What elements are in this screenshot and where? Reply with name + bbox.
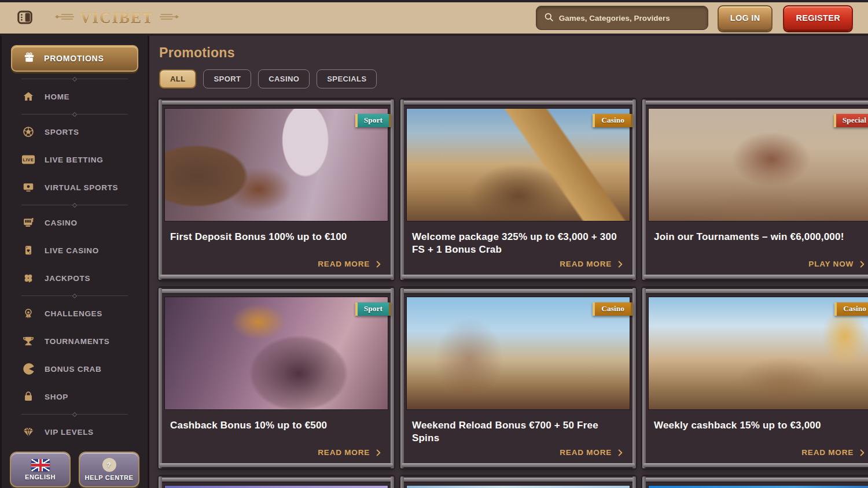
card-frame <box>400 288 404 468</box>
sidebar-item-live-casino[interactable]: LIVE CASINO <box>2 236 148 264</box>
wing-right-icon <box>159 11 182 25</box>
sidebar-divider <box>21 75 128 83</box>
card-frame <box>159 288 162 468</box>
play-now-link[interactable]: PLAY NOW <box>654 260 866 271</box>
playing-card-icon <box>21 244 35 257</box>
promo-image-archer: Casino <box>406 297 630 410</box>
card-frame <box>642 288 646 468</box>
svg-text:LIVE: LIVE <box>23 157 34 162</box>
sidebar-toggle-button[interactable] <box>14 7 36 29</box>
category-badge: Sport <box>355 114 391 127</box>
promo-image-pyramid: Casino <box>406 108 630 221</box>
card-frame <box>159 99 162 280</box>
filter-tab-sport[interactable]: SPORT <box>203 69 251 88</box>
sidebar-item-label: SHOP <box>45 393 68 401</box>
filter-tab-specials[interactable]: SPECIALS <box>317 69 377 88</box>
promo-card[interactable]: Casino Weekly cashback 15% up to €3,000 … <box>643 288 868 468</box>
category-badge: Sport <box>355 302 391 316</box>
card-frame <box>402 275 635 279</box>
promo-card-partial[interactable] <box>159 476 393 488</box>
card-frame <box>643 101 868 105</box>
sidebar-item-label: JACKPOTS <box>45 274 90 283</box>
sidebar-item-live-betting[interactable]: LIVE LIVE BETTING <box>2 146 148 173</box>
promo-card-partial[interactable] <box>643 476 868 488</box>
cta-label: READ MORE <box>318 260 370 268</box>
shopping-bag-icon <box>21 390 35 403</box>
cta-label: READ MORE <box>560 448 612 457</box>
sidebar-item-label: BONUS CRAB <box>45 365 102 374</box>
promotions-grid: Sport First Deposit Bonus 100% up to €10… <box>159 99 862 488</box>
trophy-icon <box>21 335 35 347</box>
sidebar-item-label: VIP LEVELS <box>45 428 94 437</box>
sidebar-item-tournaments[interactable]: TOURNAMENTS <box>2 327 148 355</box>
promo-card[interactable]: Casino Weekend Reload Bonus €700 + 50 Fr… <box>401 288 635 468</box>
search-input[interactable] <box>559 14 701 23</box>
category-badge: Casino <box>593 114 633 127</box>
promo-card[interactable]: Special Join our Tournaments – win €6,00… <box>643 99 868 280</box>
card-frame <box>643 275 868 279</box>
language-label: ENGLISH <box>25 474 56 480</box>
promo-card[interactable]: Sport First Deposit Bonus 100% up to €10… <box>159 99 393 280</box>
sidebar-item-casino[interactable]: CASINO <box>2 209 148 236</box>
login-button[interactable]: LOG IN <box>718 5 773 31</box>
sidebar-item-vip-levels[interactable]: VIP LEVELS <box>2 418 148 446</box>
chevron-right-icon <box>374 260 382 268</box>
language-button[interactable]: ENGLISH <box>10 452 71 487</box>
cta-label: READ MORE <box>801 448 854 457</box>
sidebar-divider <box>21 201 128 209</box>
category-badge: Casino <box>834 302 868 316</box>
card-frame <box>643 463 868 467</box>
promo-title: Join our Tournaments – win €6,000,000! <box>654 231 866 243</box>
sidebar-item-home[interactable]: HOME <box>2 83 148 110</box>
sidebar-item-label: PROMOTIONS <box>44 54 104 63</box>
card-frame <box>391 476 394 488</box>
sidebar-item-virtual-sports[interactable]: VIRTUAL SPORTS <box>2 173 148 201</box>
promo-title: Cashback Bonus 10% up to €500 <box>170 419 382 432</box>
promo-card[interactable]: Sport Cashback Bonus 10% up to €500 READ… <box>159 288 393 468</box>
virtual-sports-icon <box>21 181 35 194</box>
promo-image-partial <box>406 485 630 488</box>
register-button[interactable]: REGISTER <box>783 5 853 31</box>
cta-label: PLAY NOW <box>808 260 854 268</box>
chevron-right-icon <box>858 260 866 268</box>
sidebar-item-jackpots[interactable]: JACKPOTS <box>2 264 148 292</box>
logo-text: VICIBET <box>80 9 154 27</box>
search-icon <box>543 12 554 25</box>
sidebar-divider <box>21 411 128 418</box>
sidebar-toggle-icon <box>16 9 34 28</box>
sidebar-item-label: LIVE BETTING <box>45 156 103 164</box>
filter-tabs: ALL SPORT CASINO SPECIALS <box>159 69 862 88</box>
filter-tab-casino[interactable]: CASINO <box>258 69 310 88</box>
card-frame <box>642 476 646 488</box>
sidebar-item-label: CASINO <box>45 219 78 227</box>
search-box[interactable] <box>536 6 708 30</box>
main-content: Promotions ALL SPORT CASINO SPECIALS Spo… <box>149 36 868 488</box>
read-more-link[interactable]: READ MORE <box>170 260 382 271</box>
read-more-link[interactable]: READ MORE <box>412 260 624 271</box>
sidebar-item-label: CHALLENGES <box>45 309 102 318</box>
sidebar-item-challenges[interactable]: CHALLENGES <box>2 300 148 327</box>
sidebar-item-label: VIRTUAL SPORTS <box>45 183 118 192</box>
read-more-link[interactable]: READ MORE <box>170 448 382 459</box>
clover-icon <box>21 272 35 284</box>
top-header: VICIBET LOG IN REGISTER <box>0 0 868 36</box>
card-frame <box>402 463 635 467</box>
read-more-link[interactable]: READ MORE <box>412 448 624 459</box>
cta-label: READ MORE <box>318 448 370 457</box>
filter-tab-all[interactable]: ALL <box>159 69 196 88</box>
read-more-link[interactable]: READ MORE <box>654 448 866 459</box>
promo-card-partial[interactable] <box>401 476 635 488</box>
sidebar-item-promotions[interactable]: PROMOTIONS <box>11 45 138 72</box>
brand-logo[interactable]: VICIBET <box>52 9 182 27</box>
gift-icon <box>23 51 36 66</box>
sidebar-item-shop[interactable]: SHOP <box>2 383 148 411</box>
promo-card[interactable]: Casino Welcome package 325% up to €3,000… <box>401 99 635 280</box>
question-icon: ? <box>102 458 116 472</box>
chevron-right-icon <box>616 260 624 268</box>
card-frame <box>402 101 635 105</box>
sidebar-item-sports[interactable]: SPORTS <box>2 118 148 146</box>
card-frame <box>159 476 162 488</box>
help-centre-button[interactable]: ? HELP CENTRE <box>79 452 139 487</box>
card-frame <box>643 478 868 482</box>
sidebar-item-bonus-crab[interactable]: BONUS CRAB <box>2 355 148 383</box>
